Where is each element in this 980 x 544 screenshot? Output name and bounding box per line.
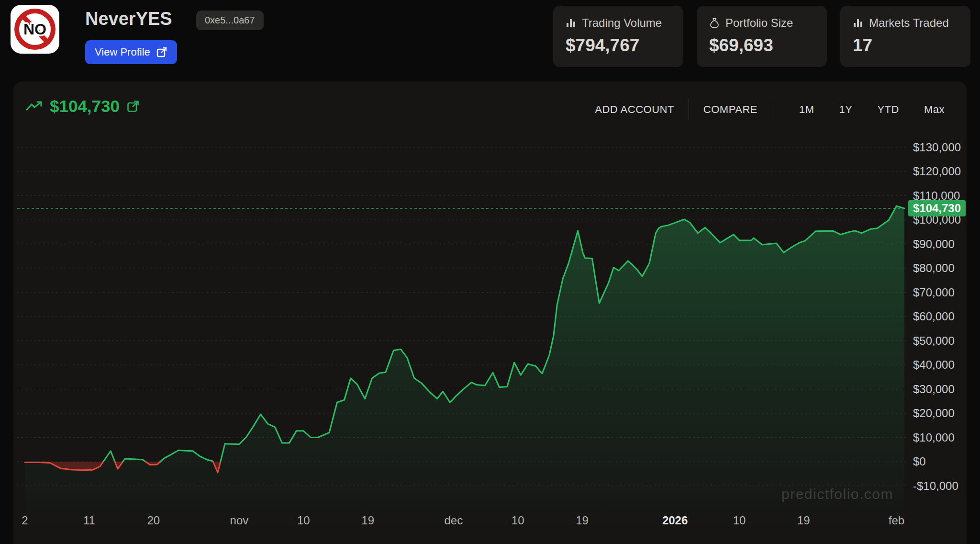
stat-label: Trading Volume [582, 16, 662, 30]
svg-text:$120,000: $120,000 [913, 165, 961, 178]
svg-text:20: 20 [147, 514, 160, 527]
divider [772, 99, 772, 121]
stat-label: Portfolio Size [725, 16, 793, 30]
current-portfolio-value: $104,730 [50, 97, 120, 116]
svg-text:10: 10 [512, 514, 524, 527]
wallet-address-chip[interactable]: 0xe5...0a67 [196, 11, 264, 30]
chart-controls: ADD ACCOUNT COMPARE 1M 1Y YTD Max [595, 99, 957, 121]
range-button-max[interactable]: Max [912, 103, 957, 116]
svg-text:-$10,000: -$10,000 [913, 479, 958, 492]
svg-text:11: 11 [83, 514, 95, 527]
svg-text:$90,000: $90,000 [913, 238, 955, 250]
svg-text:19: 19 [797, 514, 810, 527]
stat-label: Markets Traded [869, 16, 949, 30]
external-link-icon [156, 46, 167, 58]
portfolio-chart[interactable]: -$10,000$0$10,000$20,000$30,000$40,000$5… [13, 81, 967, 544]
svg-text:19: 19 [576, 514, 589, 527]
svg-text:2026: 2026 [662, 514, 688, 527]
y-axis-labels: -$10,000$0$10,000$20,000$30,000$40,000$5… [913, 141, 961, 492]
svg-text:$0: $0 [913, 455, 926, 468]
svg-text:$30,000: $30,000 [913, 383, 955, 396]
trend-up-icon [26, 100, 43, 113]
svg-text:$10,000: $10,000 [913, 431, 955, 444]
profile-logo: NO [11, 5, 59, 54]
page-title: NeverYES [85, 9, 172, 29]
svg-text:$80,000: $80,000 [913, 261, 955, 274]
current-value-row: $104,730 [26, 97, 140, 116]
stat-card-trading-volume: Trading Volume $794,767 [553, 6, 683, 67]
range-button-1y[interactable]: 1Y [827, 103, 865, 116]
add-account-button[interactable]: ADD ACCOUNT [595, 103, 674, 116]
compare-button[interactable]: COMPARE [703, 103, 757, 116]
svg-text:dec: dec [444, 514, 463, 527]
stat-value: $794,767 [566, 35, 671, 56]
page-header: NO NeverYES 0xe5...0a67 View Profile Tra… [0, 0, 980, 81]
bar-chart-icon [566, 18, 576, 28]
bar-chart-icon [853, 18, 863, 28]
svg-text:10: 10 [733, 514, 746, 527]
current-value-badge: $104,730 [908, 200, 966, 216]
area-fill [25, 206, 904, 527]
svg-text:$110,000: $110,000 [913, 189, 960, 202]
view-profile-button[interactable]: View Profile [85, 40, 177, 64]
money-bag-icon [709, 18, 720, 28]
svg-text:$70,000: $70,000 [913, 286, 955, 299]
stats-cards: Trading Volume $794,767 Portfolio Size $… [553, 6, 970, 67]
svg-text:10: 10 [297, 514, 310, 527]
logo-text: NO [23, 21, 46, 38]
svg-text:feb: feb [889, 514, 904, 527]
no-sign-icon: NO [11, 5, 59, 54]
svg-text:2: 2 [22, 514, 28, 527]
svg-text:$104,730: $104,730 [913, 202, 961, 215]
external-link-icon[interactable] [126, 100, 140, 113]
svg-text:$40,000: $40,000 [913, 358, 955, 371]
stat-value: $69,693 [709, 35, 814, 56]
stat-card-markets-traded: Markets Traded 17 [840, 6, 970, 67]
range-button-ytd[interactable]: YTD [865, 103, 912, 116]
chart-panel: -$10,000$0$10,000$20,000$30,000$40,000$5… [13, 81, 967, 544]
svg-text:19: 19 [361, 514, 374, 527]
svg-text:$60,000: $60,000 [913, 310, 955, 323]
svg-text:nov: nov [230, 514, 249, 527]
svg-text:$20,000: $20,000 [913, 407, 955, 419]
stat-value: 17 [853, 35, 958, 56]
range-switcher: 1M 1Y YTD Max [787, 103, 957, 116]
stat-card-portfolio-size: Portfolio Size $69,693 [697, 6, 827, 67]
divider [689, 99, 689, 121]
svg-text:$130,000: $130,000 [913, 141, 961, 154]
watermark: predictfolio.com [781, 486, 893, 502]
svg-text:$50,000: $50,000 [913, 334, 955, 347]
range-button-1m[interactable]: 1M [787, 103, 827, 116]
view-profile-label: View Profile [95, 46, 150, 58]
